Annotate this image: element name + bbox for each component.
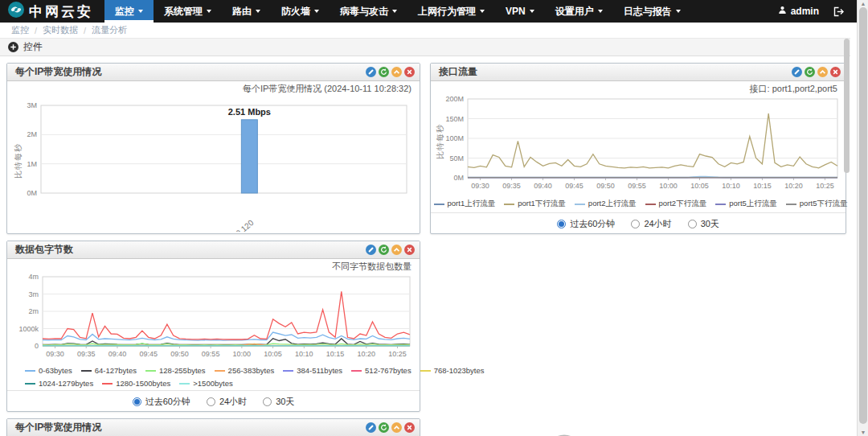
svg-text:10:15: 10:15 [753, 182, 772, 190]
nav-item[interactable]: 路由 [222, 0, 271, 23]
collapse-up-icon[interactable] [391, 245, 402, 255]
svg-text:0M: 0M [27, 189, 37, 197]
browser-scrollbar[interactable]: ▲ ▼ [857, 0, 868, 436]
radio-circle-icon[interactable] [557, 220, 566, 228]
nav-item[interactable]: 设置用户 [545, 0, 613, 23]
panel-ip-bandwidth-header[interactable]: 每个IP带宽使用情况 [7, 64, 420, 81]
nav-item[interactable]: 日志与报告 [613, 0, 691, 23]
breadcrumb-item: 流量分析 [92, 24, 127, 36]
svg-text:200M: 200M [445, 96, 464, 103]
close-icon[interactable] [404, 67, 415, 77]
close-icon[interactable] [830, 67, 841, 77]
legend-label: port2下行流量 [659, 199, 707, 209]
add-widget-icon[interactable] [8, 42, 18, 52]
add-widget-button[interactable]: 控件 [23, 40, 43, 54]
x-category-label: 192.168.30.120 [207, 218, 256, 232]
packet-bytes-svg: 01000k2m3m4m09:3009:3509:4009:4509:5009:… [7, 274, 420, 362]
panel-title: 每个IP带宽使用情况 [15, 65, 101, 79]
legend-item: 256-383bytes [215, 366, 275, 375]
radio-option[interactable]: 24小时 [631, 218, 671, 230]
ip-bandwidth-svg: 0M1M2M3M2.51 Mbps192.168.30.120 [7, 96, 420, 232]
edit-icon[interactable] [366, 245, 376, 255]
legend-item: port2上行流量 [575, 199, 637, 209]
svg-text:10:00: 10:00 [233, 350, 252, 358]
radio-option[interactable]: 30天 [263, 396, 294, 408]
nav-item[interactable]: 监控 [104, 0, 154, 23]
legend-color-dash [25, 370, 35, 372]
svg-text:150M: 150M [445, 115, 464, 123]
legend-label: port5下行流量 [800, 199, 848, 209]
close-icon[interactable] [404, 422, 415, 433]
portlet-icons [366, 67, 415, 77]
breadcrumb-item[interactable]: 监控 [11, 24, 29, 36]
collapse-up-icon[interactable] [391, 422, 402, 433]
refresh-icon[interactable] [379, 67, 389, 77]
radio-option[interactable]: 过去60分钟 [133, 396, 190, 408]
collapse-up-icon[interactable] [391, 67, 402, 77]
chart-subtitle: 接口: port1,port2,port5 [431, 81, 845, 96]
legend-color-dash [102, 383, 113, 385]
inner-scrollbar-thumb[interactable] [844, 39, 850, 173]
logout-icon[interactable] [833, 6, 845, 17]
refresh-icon[interactable] [379, 422, 389, 433]
scrollbar-thumb[interactable] [859, 7, 867, 424]
edit-icon[interactable] [792, 67, 802, 77]
nav-item[interactable]: 病毒与攻击 [330, 0, 407, 23]
portlet-icons [366, 245, 415, 255]
chevron-down-icon [392, 10, 397, 13]
chart-title: 每个IP带宽使用情况 (2024-10-11 10:28:32) [7, 81, 420, 96]
nav-item[interactable]: 上网行为管理 [407, 0, 495, 23]
brand-logo[interactable]: 中网云安 [0, 0, 104, 23]
nav-item[interactable]: 系统管理 [154, 0, 222, 23]
panel-title: 接口流量 [439, 65, 477, 79]
close-icon[interactable] [404, 245, 415, 255]
legend-row: 0-63bytes64-127bytes128-255bytes256-383b… [25, 364, 407, 377]
nav-item-label: 防火墙 [281, 5, 310, 19]
radio-circle-icon[interactable] [133, 397, 141, 406]
legend-label: 0-63bytes [39, 366, 72, 375]
svg-text:10:25: 10:25 [816, 182, 834, 190]
main-menu: 监控系统管理路由防火墙病毒与攻击上网行为管理VPN设置用户日志与报告 [104, 0, 691, 23]
legend-item: port2下行流量 [645, 199, 707, 209]
legend-label: port1下行流量 [518, 199, 566, 209]
refresh-icon[interactable] [805, 67, 815, 77]
radio-circle-icon[interactable] [688, 220, 697, 228]
legend-color-dash [283, 370, 293, 372]
breadcrumb-item[interactable]: 实时数据 [43, 24, 78, 36]
collapse-up-icon[interactable] [817, 67, 828, 77]
legend-item: 0-63bytes [25, 366, 72, 375]
nav-item-label: 日志与报告 [624, 5, 672, 19]
legend-item: 768-1023bytes [420, 366, 485, 375]
legend-label: 64-127bytes [95, 366, 137, 375]
wechat-icon [548, 433, 590, 436]
radio-circle-icon[interactable] [631, 220, 640, 228]
svg-text:10:25: 10:25 [388, 350, 407, 358]
chevron-down-icon [530, 10, 534, 13]
brand-logo-icon [8, 2, 24, 21]
radio-option[interactable]: 24小时 [207, 396, 247, 408]
legend-item: port1上行流量 [434, 199, 496, 209]
radio-circle-icon[interactable] [263, 397, 272, 406]
panel-interface-traffic-header[interactable]: 接口流量 [431, 64, 845, 81]
radio-label: 24小时 [219, 396, 247, 408]
user-menu[interactable]: admin [778, 6, 819, 17]
radio-option[interactable]: 30天 [688, 218, 719, 230]
refresh-icon[interactable] [379, 245, 389, 255]
radio-label: 过去60分钟 [145, 396, 190, 408]
legend-color-dash [504, 204, 514, 205]
edit-icon[interactable] [366, 422, 376, 433]
panel-packet-bytes-header[interactable]: 数据包字节数 [7, 241, 420, 259]
edit-icon[interactable] [366, 67, 376, 77]
scroll-up-arrow[interactable]: ▲ [858, 1, 868, 6]
svg-text:3M: 3M [27, 101, 37, 109]
nav-item[interactable]: VPN [495, 0, 545, 23]
scroll-down-arrow[interactable]: ▼ [858, 430, 868, 435]
legend-item: port1下行流量 [504, 199, 566, 209]
legend-label: 1280-1500bytes [116, 379, 170, 388]
nav-item[interactable]: 防火墙 [271, 0, 330, 23]
svg-text:10:10: 10:10 [295, 350, 313, 358]
radio-option[interactable]: 过去60分钟 [557, 218, 615, 230]
panel-ip-bandwidth-2-header[interactable]: 每个IP带宽使用情况 [7, 419, 420, 436]
svg-text:10:00: 10:00 [659, 182, 678, 190]
radio-circle-icon[interactable] [207, 397, 215, 406]
